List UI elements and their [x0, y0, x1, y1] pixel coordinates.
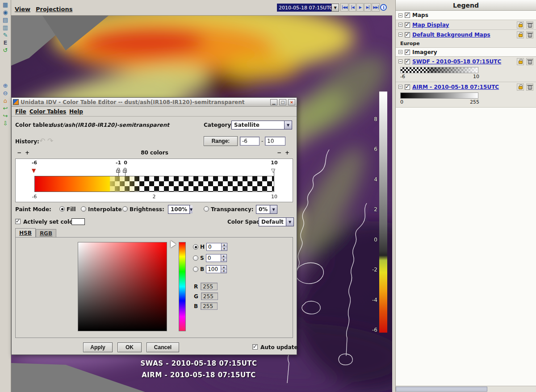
category-combobox[interactable]: Satellite ▼ [231, 121, 292, 129]
zoom-out-icon[interactable]: ⊖ [1, 89, 10, 97]
go-to-beginning-button[interactable]: |◀◀ [340, 3, 348, 12]
legend-horizontal-scrollbar[interactable] [396, 386, 536, 392]
brightness-radio[interactable] [122, 206, 128, 212]
menu-view[interactable]: View [15, 6, 30, 13]
delete-icon[interactable] [526, 21, 533, 29]
cancel-button[interactable]: Cancel [147, 342, 179, 352]
ok-button[interactable]: OK [117, 342, 142, 352]
chevron-down-icon[interactable]: ▼ [270, 205, 277, 213]
decrement-icon[interactable]: ▼ [221, 269, 226, 273]
tab-rgb[interactable]: RGB [36, 229, 56, 237]
map-display-link[interactable]: Map Display [412, 22, 449, 28]
color-space-combobox[interactable]: Default ▼ [259, 217, 294, 226]
saturation-input[interactable] [206, 254, 221, 262]
default-background-link[interactable]: Default Background Maps [412, 32, 490, 38]
saturation-radio[interactable] [193, 255, 198, 261]
collapse-icon[interactable] [398, 13, 402, 17]
collapse-icon[interactable] [398, 59, 402, 63]
brightness-spinner[interactable]: ▲▼ [206, 265, 227, 273]
world-map-icon[interactable]: ▦ [1, 1, 10, 8]
brightness-combobox[interactable]: 100% ▼ [168, 205, 190, 214]
globe-icon[interactable]: ◉ [1, 8, 10, 16]
menu-projections[interactable]: Projections [36, 6, 72, 13]
imagery-visibility-checkbox[interactable] [405, 50, 410, 55]
swdf-link[interactable]: SWDF - 2010-05-18 07:15UTC [412, 58, 501, 65]
range-max-field[interactable] [265, 137, 285, 146]
hue-input[interactable] [207, 243, 221, 250]
saturation-spinner[interactable]: ▲▼ [206, 254, 227, 262]
breakpoint-marker-max[interactable]: ▽ [271, 168, 275, 173]
auto-update-checkbox[interactable] [252, 344, 258, 350]
range-button[interactable]: Range: [204, 136, 238, 146]
increment-icon[interactable]: ▲ [222, 243, 227, 247]
transparency-combobox[interactable]: 0% ▼ [256, 205, 277, 214]
menu-color-tables[interactable]: Color Tables [29, 108, 66, 115]
color-gradient-bar[interactable] [34, 176, 274, 192]
chevron-down-icon[interactable]: ▼ [189, 205, 193, 213]
collapse-icon[interactable] [398, 85, 402, 89]
dialog-titlebar[interactable]: Unidata IDV - Color Table Editor -- dust… [12, 98, 297, 107]
tab-hsb[interactable]: HSB [15, 228, 36, 237]
minimize-icon[interactable]: ▁ [270, 99, 277, 105]
close-icon[interactable]: × [288, 99, 295, 105]
collapse-icon[interactable] [398, 50, 402, 54]
range-min-field[interactable] [240, 137, 260, 146]
undo-icon[interactable]: ↶ [39, 138, 45, 145]
menu-help[interactable]: Help [69, 108, 83, 115]
east-point-icon[interactable]: E [1, 39, 10, 46]
delete-icon[interactable] [526, 83, 533, 91]
time-value[interactable]: 2010-05-18 07:15UTC [277, 4, 331, 12]
decrement-icon[interactable]: ▼ [222, 247, 227, 251]
collapse-icon[interactable] [398, 23, 402, 27]
swdf-colorbar[interactable] [400, 67, 478, 73]
delete-icon[interactable] [526, 58, 533, 65]
saturation-brightness-square[interactable] [78, 242, 167, 331]
menu-file[interactable]: File [15, 108, 26, 115]
animation-properties-icon[interactable]: i [380, 4, 387, 11]
swdf-checkbox[interactable] [405, 59, 410, 64]
color-table-canvas[interactable]: -6 -1 0 10 ▼ ▽ -6 2 10 [15, 158, 293, 202]
fill-radio[interactable] [59, 206, 65, 212]
map-display-checkbox[interactable] [405, 22, 410, 28]
image-icon[interactable]: ▥ [1, 24, 10, 31]
redo-icon[interactable]: ↷ [47, 138, 53, 145]
remove-color-button-right[interactable]: − [277, 150, 281, 156]
apply-button[interactable]: Apply [83, 342, 113, 352]
increment-icon[interactable]: ▲ [221, 254, 226, 258]
airm-colorbar[interactable] [400, 92, 478, 99]
scrollbar-thumb[interactable] [396, 387, 487, 392]
collapse-icon[interactable] [398, 33, 402, 37]
hue-radio[interactable] [193, 244, 198, 250]
breakpoint-marker-min[interactable]: ▼ [32, 168, 36, 173]
actively-set-color-checkbox[interactable] [15, 219, 21, 224]
home-icon[interactable]: ⌂ [1, 97, 10, 104]
lock-icon[interactable] [517, 21, 524, 29]
hue-slider-marker[interactable] [171, 241, 176, 248]
brightness-value-radio[interactable] [193, 267, 198, 272]
decrement-icon[interactable]: ▼ [221, 258, 226, 262]
redo-view-icon[interactable]: ↪ [1, 112, 10, 120]
chevron-down-icon[interactable]: ▼ [284, 121, 292, 129]
brightness-input[interactable] [206, 266, 221, 273]
hue-slider-bar[interactable] [179, 242, 186, 331]
delete-icon[interactable] [526, 31, 533, 38]
active-color-swatch[interactable] [71, 218, 85, 225]
add-color-button-right[interactable]: + [285, 150, 289, 156]
go-to-end-button[interactable]: ▶▶| [372, 3, 380, 12]
zoom-in-icon[interactable]: ⊕ [1, 82, 10, 89]
default-background-checkbox[interactable] [405, 32, 410, 38]
maps-visibility-checkbox[interactable] [405, 13, 410, 18]
lock-icon[interactable] [517, 83, 524, 91]
transparency-radio[interactable] [204, 206, 209, 212]
chevron-down-icon[interactable]: ▼ [286, 218, 293, 226]
refresh-icon[interactable]: ↺ [1, 46, 10, 54]
undo-view-icon[interactable]: ↩ [1, 104, 10, 112]
step-back-button[interactable]: |◀ [349, 3, 356, 12]
airm-checkbox[interactable] [405, 84, 410, 90]
lock-icon[interactable] [517, 31, 524, 38]
down-view-icon[interactable]: ⇩ [1, 120, 10, 127]
time-dropdown-arrow-icon[interactable]: ▼ [331, 4, 339, 12]
increment-icon[interactable]: ▲ [221, 266, 226, 269]
hue-spinner[interactable]: ▲▼ [206, 243, 227, 251]
airm-link[interactable]: AIRM - 2010-05-18 07:15UTC [412, 84, 499, 90]
